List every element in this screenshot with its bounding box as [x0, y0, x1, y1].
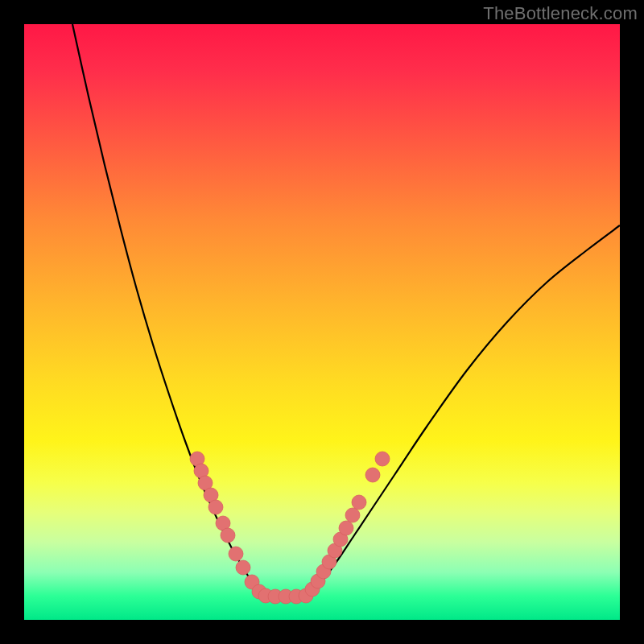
- outer-frame: TheBottleneck.com: [0, 0, 644, 644]
- data-point: [339, 521, 353, 535]
- data-point: [365, 468, 380, 482]
- data-point: [208, 500, 223, 514]
- curve-group: [72, 24, 620, 594]
- data-point: [221, 528, 235, 543]
- data-point: [236, 560, 250, 575]
- watermark-text: TheBottleneck.com: [483, 3, 638, 24]
- curve-left-branch: [72, 24, 262, 594]
- data-point: [229, 547, 243, 561]
- plot-area: [24, 24, 620, 620]
- chart-svg: [24, 24, 620, 620]
- data-point: [375, 452, 390, 466]
- data-point: [352, 495, 366, 510]
- curve-right-branch: [310, 225, 620, 594]
- data-point: [345, 508, 360, 522]
